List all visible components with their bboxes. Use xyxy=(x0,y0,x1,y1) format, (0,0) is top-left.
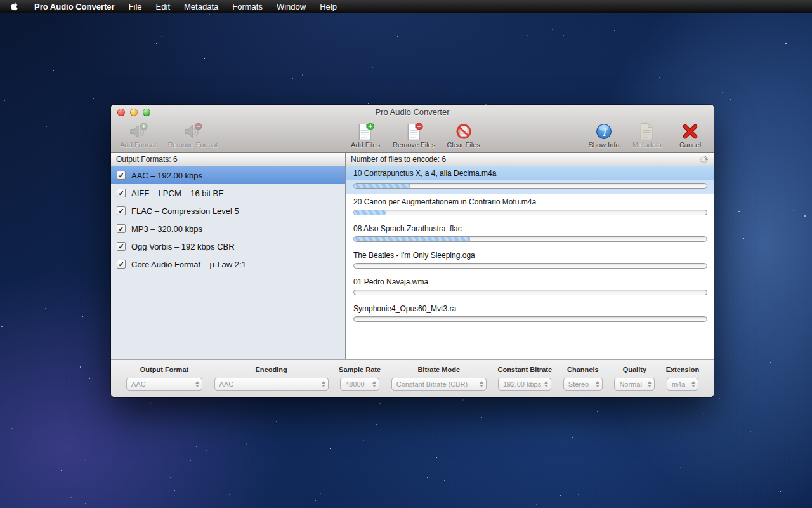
menu-items: FileEditMetadataFormatsWindowHelp xyxy=(122,0,344,13)
file-progress-fill xyxy=(354,184,410,188)
spinner-icon xyxy=(699,155,709,164)
format-label: AAC – 192.00 kbps xyxy=(131,171,202,180)
remove-files-button[interactable]: Remove Files xyxy=(390,121,438,149)
sample-rate-popup[interactable]: 48000 xyxy=(340,378,379,391)
format-checkbox[interactable]: ✓ xyxy=(117,189,126,197)
file-row[interactable]: 01 Pedro Navaja.wma xyxy=(346,274,714,301)
menu-item-file[interactable]: File xyxy=(122,0,149,13)
remove-format-button[interactable]: Remove Format xyxy=(165,121,220,149)
stepper-arrows-icon xyxy=(596,381,599,387)
file-progress-bar xyxy=(353,183,707,189)
show-info-button[interactable]: iShow Info xyxy=(586,121,622,149)
setting-encoding: EncodingAAC xyxy=(214,366,329,391)
toolbar-button-label: Clear Files xyxy=(447,141,480,149)
menu-app-name[interactable]: Pro Audio Converter xyxy=(27,0,122,13)
files-header-label: Number of files to encode: 6 xyxy=(351,155,446,164)
format-checkbox[interactable]: ✓ xyxy=(117,260,126,269)
constant-bitrate-popup[interactable]: 192.00 kbps xyxy=(498,378,551,391)
setting-label: Sample Rate xyxy=(339,366,381,373)
close-button[interactable] xyxy=(117,109,125,116)
stepper-arrows-icon xyxy=(372,381,376,387)
menu-bar: Pro Audio Converter FileEditMetadataForm… xyxy=(0,0,812,13)
window-title: Pro Audio Converter xyxy=(375,107,449,117)
toolbar-right: iShow InfoMetadataCancel xyxy=(586,121,709,149)
menu-item-edit[interactable]: Edit xyxy=(149,0,177,13)
file-name: 01 Pedro Navaja.wma xyxy=(353,277,707,286)
format-row[interactable]: ✓MP3 – 320.00 kbps xyxy=(111,220,345,237)
format-checkbox[interactable]: ✓ xyxy=(117,224,126,233)
file-name: 10 Contrapunctus X, a 4, alla Decima.m4a xyxy=(346,166,714,180)
bitrate-mode-popup[interactable]: Constant Bitrate (CBR) xyxy=(391,378,487,391)
output-format-popup[interactable]: AAC xyxy=(126,378,202,391)
file-progress-bar xyxy=(353,236,707,242)
file-name: Symphonie4_Opus60_Mvt3.ra xyxy=(353,304,707,313)
toolbar-button-label: Add Format xyxy=(120,141,156,149)
add-format-button[interactable]: Add Format xyxy=(117,121,159,149)
popup-value: AAC xyxy=(131,380,146,388)
minimize-button[interactable] xyxy=(130,109,138,116)
toolbar-button-label: Add Files xyxy=(351,141,380,149)
files-panel: Number of files to encode: 6 10 Contrapu… xyxy=(346,153,714,359)
popup-value: Constant Bitrate (CBR) xyxy=(396,380,468,388)
channels-popup[interactable]: Stereo xyxy=(563,378,603,391)
format-checkbox[interactable]: ✓ xyxy=(117,206,126,215)
file-remove-icon xyxy=(405,122,424,141)
setting-output-format: Output FormatAAC xyxy=(126,366,202,391)
format-row[interactable]: ✓Ogg Vorbis – 192 kbps CBR xyxy=(111,237,345,255)
format-label: AIFF – LPCM – 16 bit BE xyxy=(131,189,224,198)
speaker-add-icon xyxy=(129,122,148,141)
popup-value: 48000 xyxy=(345,380,365,388)
file-name: The Beatles - I'm Only Sleeping.oga xyxy=(353,251,707,260)
apple-icon[interactable] xyxy=(0,0,27,13)
menu-item-help[interactable]: Help xyxy=(313,0,344,13)
format-checkbox[interactable]: ✓ xyxy=(117,242,126,251)
file-progress-bar xyxy=(353,263,707,269)
format-label: Core Audio Format – µ-Law 2:1 xyxy=(131,260,246,269)
add-files-button[interactable]: Add Files xyxy=(347,121,384,149)
format-row[interactable]: ✓AIFF – LPCM – 16 bit BE xyxy=(111,184,345,202)
popup-value: 192.00 kbps xyxy=(503,380,541,388)
format-checkbox[interactable]: ✓ xyxy=(117,171,126,180)
popup-value: m4a xyxy=(672,380,685,388)
speaker-remove-icon xyxy=(183,122,202,141)
toolbar-center: Add FilesRemove FilesClear Files xyxy=(347,121,483,149)
metadata-button[interactable]: Metadata xyxy=(629,121,665,149)
format-row[interactable]: ✓Core Audio Format – µ-Law 2:1 xyxy=(111,255,345,273)
traffic-lights xyxy=(117,109,150,116)
format-row[interactable]: ✓AAC – 192.00 kbps xyxy=(111,166,345,184)
toolbar-button-label: Remove Format xyxy=(167,141,218,149)
file-row[interactable]: 08 Also Sprach Zarathustra .flac xyxy=(346,221,714,248)
file-row[interactable]: The Beatles - I'm Only Sleeping.oga xyxy=(346,248,714,274)
menu-item-metadata[interactable]: Metadata xyxy=(177,0,225,13)
zoom-button[interactable] xyxy=(143,109,150,116)
stepper-arrows-icon xyxy=(648,381,652,387)
cancel-button[interactable]: Cancel xyxy=(672,121,709,149)
formats-header-label: Output Formats: 6 xyxy=(116,155,178,164)
toolbar-left: Add FormatRemove Format xyxy=(117,121,220,149)
file-row[interactable]: 20 Canon per Augmentationem in Contrario… xyxy=(346,194,714,221)
setting-label: Encoding xyxy=(256,366,287,373)
setting-label: Quality xyxy=(623,366,646,373)
file-row[interactable]: Symphonie4_Opus60_Mvt3.ra xyxy=(346,301,714,328)
toolbar-button-label: Remove Files xyxy=(393,141,435,149)
setting-channels: ChannelsStereo xyxy=(563,366,603,391)
file-add-icon xyxy=(356,122,375,141)
extension-popup[interactable]: m4a xyxy=(667,378,698,391)
quality-popup[interactable]: Normal xyxy=(614,378,655,391)
file-row[interactable]: 10 Contrapunctus X, a 4, alla Decima.m4a xyxy=(346,166,714,194)
setting-extension: Extensionm4a xyxy=(667,366,698,391)
clear-files-icon xyxy=(454,122,473,141)
menu-item-window[interactable]: Window xyxy=(270,0,313,13)
formats-panel: Output Formats: 6 ✓AAC – 192.00 kbps✓AIF… xyxy=(111,153,346,359)
format-row[interactable]: ✓FLAC – Compression Level 5 xyxy=(111,202,345,220)
clear-files-button[interactable]: Clear Files xyxy=(444,121,483,149)
stepper-arrows-icon xyxy=(195,381,199,387)
encoding-popup[interactable]: AAC xyxy=(214,378,329,391)
toolbar-button-label: Cancel xyxy=(679,141,701,149)
stepper-arrows-icon xyxy=(691,381,695,387)
format-label: FLAC – Compression Level 5 xyxy=(131,206,239,216)
file-progress-bar xyxy=(353,316,707,322)
title-bar[interactable]: Pro Audio Converter xyxy=(111,105,714,119)
file-progress-fill xyxy=(354,210,386,215)
menu-item-formats[interactable]: Formats xyxy=(225,0,270,13)
